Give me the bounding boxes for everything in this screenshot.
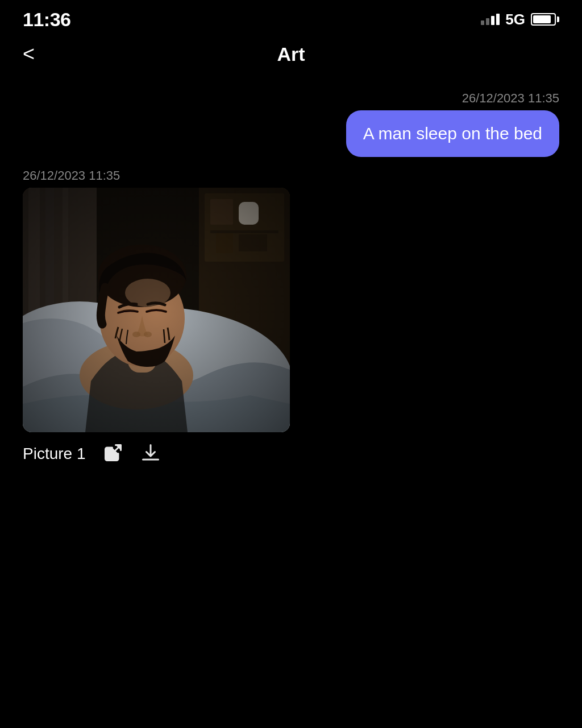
share-icon	[103, 442, 123, 463]
share-button[interactable]	[103, 442, 123, 465]
ai-generated-image-container[interactable]	[23, 188, 290, 432]
signal-bar-3	[491, 16, 494, 25]
signal-bars-icon	[481, 14, 500, 25]
svg-rect-25	[23, 188, 290, 432]
outgoing-timestamp: 26/12/2023 11:35	[462, 91, 559, 106]
ai-generated-image	[23, 188, 290, 432]
signal-bar-4	[496, 14, 500, 25]
incoming-message: 26/12/2023 11:35	[23, 168, 559, 471]
back-button[interactable]: <	[23, 42, 35, 66]
network-type: 5G	[505, 11, 525, 28]
picture-label: Picture 1	[23, 445, 86, 463]
signal-bar-1	[481, 20, 484, 25]
nav-header: < Art	[0, 34, 582, 74]
battery-icon	[531, 13, 559, 26]
status-bar: 11:36 5G	[0, 0, 582, 34]
outgoing-message: 26/12/2023 11:35 A man sleep on the bed	[23, 91, 559, 157]
download-button[interactable]	[140, 442, 161, 465]
incoming-timestamp: 26/12/2023 11:35	[23, 168, 120, 183]
chat-area: 26/12/2023 11:35 A man sleep on the bed …	[0, 74, 582, 488]
picture-label-row: Picture 1	[23, 437, 161, 471]
page-title: Art	[277, 43, 305, 65]
signal-bar-2	[486, 18, 489, 25]
outgoing-bubble: A man sleep on the bed	[346, 110, 559, 157]
status-time: 11:36	[23, 9, 70, 31]
status-right: 5G	[481, 11, 559, 28]
download-icon	[140, 442, 161, 463]
